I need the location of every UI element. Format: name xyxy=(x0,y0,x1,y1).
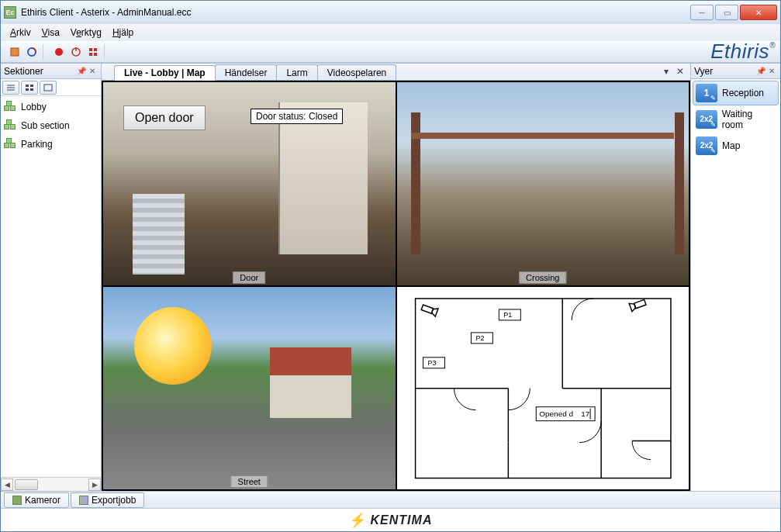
svg-rect-6 xyxy=(94,48,97,51)
toolbar-grid-button[interactable] xyxy=(85,44,101,60)
brand-logo: Ethiris xyxy=(710,40,777,64)
app-icon: Ec xyxy=(4,6,16,19)
sections-hscrollbar[interactable]: ◀ ▶ xyxy=(1,477,101,491)
view-tabs: Live - Lobby | Map Händelser Larm Videos… xyxy=(102,64,690,81)
tab-close-icon[interactable]: ✕ xyxy=(675,66,686,77)
camera-label: Street xyxy=(231,475,268,488)
view-item-waiting-room[interactable]: 2x2✎ Waiting room xyxy=(693,105,779,133)
view-item-reception[interactable]: 1✎ Reception xyxy=(693,81,779,105)
floor-map: P1 P2 P3 Opened d 17 xyxy=(398,288,689,489)
window-titlebar: Ec Ethiris Client - Asterix - AdminManua… xyxy=(1,1,780,24)
section-icon xyxy=(4,138,16,150)
views-panel: Vyer 📌 ✕ 1✎ Reception 2x2✎ Waiting room … xyxy=(690,64,780,491)
svg-rect-13 xyxy=(30,85,33,87)
tab-larm[interactable]: Larm xyxy=(276,64,317,80)
view-item-map[interactable]: 2x2✎ Map xyxy=(693,133,779,158)
pin-icon[interactable]: 📌 xyxy=(76,66,87,77)
pin-icon[interactable]: 📌 xyxy=(755,66,766,77)
camera-cell-crossing[interactable]: Crossing xyxy=(397,82,689,285)
scroll-right-icon[interactable]: ▶ xyxy=(88,478,101,491)
bottom-tab-kameror[interactable]: Kameror xyxy=(4,492,69,508)
scroll-left-icon[interactable]: ◀ xyxy=(1,478,13,491)
window-title: Ethiris Client - Asterix - AdminManual.e… xyxy=(21,7,690,18)
scroll-thumb[interactable] xyxy=(15,479,38,490)
bottom-tab-strip: Kameror Exportjobb xyxy=(1,491,780,508)
record-button[interactable] xyxy=(51,44,67,60)
footer-brand: KENTIMA xyxy=(371,513,433,527)
video-grid: Open door Door status: Closed Door Cross… xyxy=(102,81,690,491)
camera-cell-street[interactable]: Street xyxy=(103,287,396,490)
svg-rect-7 xyxy=(89,53,92,56)
sections-panel: Sektioner 📌 ✕ Lobby Sub section Parking xyxy=(1,64,102,491)
toolbar-btn-2[interactable] xyxy=(24,44,40,60)
map-cell[interactable]: P1 P2 P3 Opened d 17 xyxy=(397,287,689,490)
tab-menu-icon[interactable]: ▾ xyxy=(661,66,672,77)
power-button[interactable] xyxy=(68,44,84,60)
svg-text:Opened d: Opened d xyxy=(539,409,573,417)
view-label: Reception xyxy=(722,88,764,98)
close-panel-icon[interactable]: ✕ xyxy=(87,66,98,77)
bottom-tab-exportjobb[interactable]: Exportjobb xyxy=(71,492,144,508)
view-badge-icon: 2x2✎ xyxy=(696,136,717,155)
menu-visa[interactable]: Visa xyxy=(39,26,63,40)
footer: ⚡ KENTIMA xyxy=(1,508,780,531)
svg-rect-14 xyxy=(26,88,29,91)
camera-label: Crossing xyxy=(519,271,566,284)
section-item-lobby[interactable]: Lobby xyxy=(2,98,99,116)
door-status-label: Door status: Closed xyxy=(251,109,343,124)
menu-arkiv[interactable]: AArkivrkiv xyxy=(7,26,34,40)
maximize-button[interactable]: ▭ xyxy=(715,5,738,20)
section-item-parking[interactable]: Parking xyxy=(2,135,99,154)
svg-rect-15 xyxy=(30,88,33,91)
views-panel-title: Vyer xyxy=(694,66,713,77)
view-badge-icon: 1✎ xyxy=(696,84,717,102)
section-label: Lobby xyxy=(21,102,47,112)
svg-text:P1: P1 xyxy=(503,310,512,318)
view-mode-grid[interactable] xyxy=(21,81,38,95)
bolt-icon: ⚡ xyxy=(349,512,366,529)
view-label: Waiting room xyxy=(722,109,776,130)
svg-rect-12 xyxy=(26,85,29,87)
camera-label: Door xyxy=(233,271,265,284)
menu-verktyg[interactable]: Verktyg xyxy=(67,26,105,40)
section-icon xyxy=(4,101,16,113)
svg-rect-5 xyxy=(89,48,92,51)
tab-videospelaren[interactable]: Videospelaren xyxy=(317,64,397,80)
section-icon xyxy=(4,119,16,132)
svg-point-2 xyxy=(55,48,63,56)
svg-rect-8 xyxy=(94,53,97,56)
minimize-button[interactable]: ─ xyxy=(690,5,714,20)
svg-text:17: 17 xyxy=(581,409,590,417)
view-mode-tree[interactable] xyxy=(40,81,57,95)
export-icon xyxy=(79,496,88,505)
open-door-button[interactable]: Open door xyxy=(123,105,206,130)
section-label: Sub section xyxy=(21,120,70,131)
svg-text:P2: P2 xyxy=(475,333,484,341)
sun-icon xyxy=(134,307,212,385)
close-panel-icon[interactable]: ✕ xyxy=(766,66,777,77)
section-item-subsection[interactable]: Sub section xyxy=(2,116,99,135)
tab-handelser[interactable]: Händelser xyxy=(215,64,278,80)
camera-icon xyxy=(12,496,22,505)
camera-cell-door[interactable]: Open door Door status: Closed Door xyxy=(103,82,396,285)
section-label: Parking xyxy=(21,139,53,150)
view-badge-icon: 2x2✎ xyxy=(696,110,717,129)
svg-rect-0 xyxy=(11,48,19,56)
toolbar-btn-1[interactable] xyxy=(7,44,22,60)
view-label: Map xyxy=(722,140,740,151)
svg-text:P3: P3 xyxy=(427,358,436,366)
close-button[interactable]: ✕ xyxy=(740,5,777,20)
view-mode-list[interactable] xyxy=(2,81,19,95)
sections-panel-title: Sektioner xyxy=(4,66,43,77)
svg-rect-16 xyxy=(44,85,52,91)
tab-live[interactable]: Live - Lobby | Map xyxy=(114,65,216,81)
toolbar: Ethiris xyxy=(1,41,780,63)
menu-bar: AArkivrkiv Visa Verktyg Hjälp xyxy=(1,24,780,41)
menu-hjalp[interactable]: Hjälp xyxy=(109,26,137,40)
